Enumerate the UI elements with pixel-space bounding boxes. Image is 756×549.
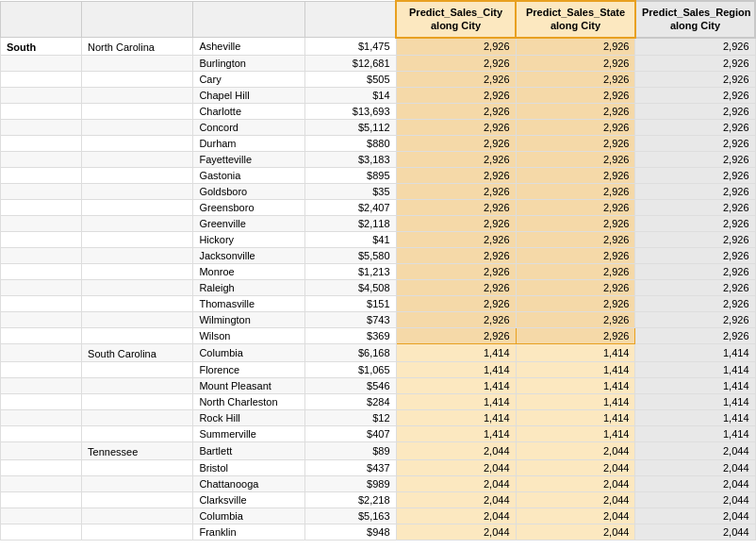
city-cell: Burlington — [193, 56, 304, 72]
region-cell — [1, 280, 82, 296]
region-cell — [1, 200, 82, 216]
city-cell: Monroe — [193, 264, 304, 280]
table-row: Clarksville$2,2182,0442,0442,044 — [1, 492, 756, 508]
header-pred-region: Predict_Sales_Regionalong City — [635, 1, 755, 38]
pred-state-cell: 2,926 — [516, 184, 635, 200]
main-table-container: Predict_Sales_Cityalong City Predict_Sal… — [0, 0, 756, 541]
region-cell — [1, 524, 82, 541]
sales-cell: $35 — [304, 184, 396, 200]
pred-city-cell: 1,414 — [396, 426, 516, 442]
state-cell — [82, 476, 193, 492]
pred-city-cell: 2,926 — [396, 248, 516, 264]
state-cell: South Carolina — [82, 344, 193, 362]
pred-region-cell: 2,926 — [635, 136, 755, 152]
city-cell: Columbia — [193, 508, 304, 524]
city-cell: Fayetteville — [193, 152, 304, 168]
pred-city-cell: 1,414 — [396, 344, 516, 362]
region-cell — [1, 296, 82, 312]
state-cell — [82, 88, 193, 104]
pred-region-cell: 1,414 — [635, 426, 755, 442]
sales-cell: $880 — [304, 136, 396, 152]
header-city — [193, 1, 304, 38]
pred-state-cell: 2,926 — [516, 248, 635, 264]
pred-city-cell: 2,926 — [396, 328, 516, 344]
table-row: Fayetteville$3,1832,9262,9262,926 — [1, 152, 756, 168]
pred-city-cell: 2,926 — [396, 136, 516, 152]
city-cell: Goldsboro — [193, 184, 304, 200]
table-row: SouthNorth CarolinaAsheville$1,4752,9262… — [1, 38, 756, 56]
table-row: Goldsboro$352,9262,9262,926 — [1, 184, 756, 200]
region-cell — [1, 378, 82, 394]
table-row: Summerville$4071,4141,4141,414 — [1, 426, 756, 442]
city-cell: Asheville — [193, 38, 304, 56]
table-row: Franklin$9482,0442,0442,044 — [1, 524, 756, 541]
region-cell — [1, 216, 82, 232]
pred-city-cell: 1,414 — [396, 394, 516, 410]
pred-region-cell: 2,926 — [635, 104, 755, 120]
sales-cell: $407 — [304, 426, 396, 442]
pred-city-cell: 2,926 — [396, 120, 516, 136]
sales-cell: $948 — [304, 524, 396, 541]
pred-region-cell: 2,926 — [635, 120, 755, 136]
pred-state-cell: 2,926 — [516, 328, 635, 344]
sales-cell: $2,218 — [304, 492, 396, 508]
pred-region-cell: 1,414 — [635, 362, 755, 378]
city-cell: Jacksonville — [193, 248, 304, 264]
state-cell — [82, 72, 193, 88]
table-row: Burlington$12,6812,9262,9262,926 — [1, 56, 756, 72]
pred-city-cell: 2,926 — [396, 264, 516, 280]
pred-city-cell: 1,414 — [396, 410, 516, 426]
pred-state-cell: 2,926 — [516, 56, 635, 72]
pred-state-cell: 1,414 — [516, 362, 635, 378]
pred-region-cell: 1,414 — [635, 394, 755, 410]
region-cell — [1, 312, 82, 328]
sales-cell: $1,475 — [304, 38, 396, 56]
region-cell — [1, 136, 82, 152]
city-cell: Wilson — [193, 328, 304, 344]
pred-region-cell: 2,926 — [635, 200, 755, 216]
pred-state-cell: 2,926 — [516, 104, 635, 120]
table-row: Raleigh$4,5082,9262,9262,926 — [1, 280, 756, 296]
city-cell: Charlotte — [193, 104, 304, 120]
pred-city-cell: 2,926 — [396, 104, 516, 120]
state-cell — [82, 264, 193, 280]
region-cell — [1, 460, 82, 476]
pred-state-cell: 2,926 — [516, 232, 635, 248]
pred-city-cell: 2,926 — [396, 72, 516, 88]
sales-cell: $12,681 — [304, 56, 396, 72]
region-cell — [1, 232, 82, 248]
sales-cell: $41 — [304, 232, 396, 248]
pred-state-cell: 1,414 — [516, 394, 635, 410]
state-cell — [82, 426, 193, 442]
pred-region-cell: 2,926 — [635, 328, 755, 344]
city-cell: Bristol — [193, 460, 304, 476]
region-cell — [1, 442, 82, 460]
pred-state-cell: 2,926 — [516, 200, 635, 216]
pred-state-cell: 2,044 — [516, 476, 635, 492]
region-cell — [1, 120, 82, 136]
sales-cell: $743 — [304, 312, 396, 328]
table-row: Chapel Hill$142,9262,9262,926 — [1, 88, 756, 104]
table-row: Mount Pleasant$5461,4141,4141,414 — [1, 378, 756, 394]
pred-region-cell: 2,926 — [635, 184, 755, 200]
pred-state-cell: 2,044 — [516, 524, 635, 541]
city-cell: Mount Pleasant — [193, 378, 304, 394]
pred-region-cell: 1,414 — [635, 344, 755, 362]
table-row: TennesseeBartlett$892,0442,0442,044 — [1, 442, 756, 460]
pred-city-cell: 2,926 — [396, 200, 516, 216]
city-cell: Clarksville — [193, 492, 304, 508]
pred-region-cell: 2,926 — [635, 168, 755, 184]
pred-region-cell: 2,926 — [635, 264, 755, 280]
city-cell: North Charleston — [193, 394, 304, 410]
pred-state-cell: 2,044 — [516, 460, 635, 476]
header-sales — [304, 1, 396, 38]
pred-city-cell: 2,926 — [396, 56, 516, 72]
table-row: Greenville$2,1182,9262,9262,926 — [1, 216, 756, 232]
city-cell: Greenville — [193, 216, 304, 232]
region-cell — [1, 168, 82, 184]
pred-region-cell: 2,044 — [635, 508, 755, 524]
pred-city-cell: 2,926 — [396, 184, 516, 200]
state-cell — [82, 508, 193, 524]
pred-city-cell: 2,926 — [396, 232, 516, 248]
region-cell — [1, 264, 82, 280]
